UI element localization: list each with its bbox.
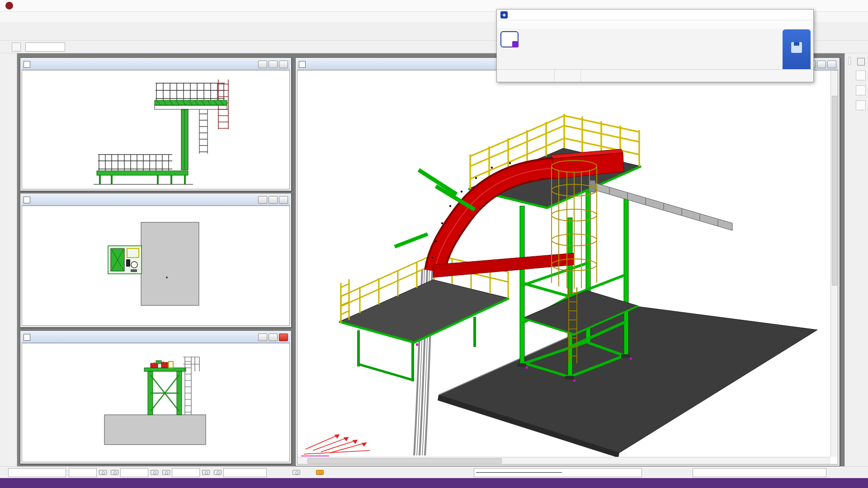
viewport-titlebar[interactable] (22, 332, 290, 343)
maximize-button[interactable] (826, 0, 847, 11)
bottom-toolbar (0, 466, 868, 478)
toolkit-icon[interactable] (500, 50, 520, 66)
toolbar-icon[interactable] (8, 24, 21, 38)
grid-swatch-icon[interactable] (856, 100, 866, 110)
camera-view-button[interactable] (314, 468, 326, 478)
scroll-down-icon[interactable] (831, 426, 838, 433)
stack-up-icon[interactable] (278, 468, 290, 478)
toolkit-titlebar[interactable]: ◈ (497, 9, 813, 20)
view-direction-select[interactable] (8, 468, 66, 477)
document-icon (24, 61, 30, 68)
pan-y-input[interactable] (172, 468, 200, 477)
style-button[interactable] (839, 468, 852, 478)
camera-left-button[interactable] (97, 468, 108, 478)
move-origin-icon[interactable] (302, 468, 314, 478)
vp-restore-button[interactable] (269, 333, 278, 341)
vp-minimize-button[interactable] (258, 333, 267, 341)
document-icon (299, 61, 306, 68)
toolkit-status-empty (581, 70, 813, 82)
vp-minimize-button[interactable] (258, 61, 267, 68)
hscroll-thumb[interactable] (307, 458, 502, 464)
save-disk-icon (791, 42, 802, 53)
side-tab[interactable] (848, 57, 851, 65)
font-button[interactable] (655, 468, 667, 478)
main-3d-canvas[interactable] (297, 70, 838, 465)
close-button[interactable] (847, 0, 868, 11)
document-icon (24, 197, 30, 203)
axis-lock-icon[interactable] (12, 42, 21, 52)
zoom-distance-input[interactable] (223, 468, 267, 477)
layer-up-icon[interactable] (852, 468, 864, 478)
top-view-canvas[interactable] (22, 206, 290, 326)
side-view-canvas[interactable] (22, 343, 290, 462)
vp-restore-button[interactable] (817, 61, 826, 68)
vp-close-button[interactable] (279, 333, 288, 341)
layer-letter-button[interactable] (856, 70, 866, 80)
viewport-vorderansicht (20, 57, 292, 191)
scroll-up-icon[interactable] (831, 70, 838, 78)
viewport-hauptansicht (295, 57, 840, 466)
toolkit-status-label (497, 70, 555, 82)
toolkit-status-value (555, 70, 581, 82)
coordinate-field (12, 42, 65, 52)
coordinate-input[interactable] (25, 42, 65, 52)
palette-icon[interactable] (856, 85, 866, 95)
stack-down-icon[interactable] (267, 468, 278, 478)
app-logo-icon (5, 2, 13, 9)
line-properties-select[interactable] (693, 468, 826, 477)
viewport-titlebar[interactable] (22, 59, 290, 70)
vp-restore-button[interactable] (269, 61, 278, 68)
top-view-drawing (22, 206, 290, 326)
vscroll-thumb[interactable] (832, 96, 837, 286)
scroll-right-icon[interactable] (823, 457, 830, 465)
viewport-draufsicht (20, 193, 292, 328)
viewport-seitenansicht (20, 330, 292, 464)
scroll-left-icon[interactable] (297, 457, 305, 465)
camera-reset-button[interactable] (290, 468, 302, 478)
camera-rotate-ccw-button[interactable] (200, 468, 212, 478)
statusbar (0, 478, 868, 488)
line-width-button[interactable] (680, 468, 693, 478)
view-angle-input[interactable] (69, 468, 97, 477)
right-panel-rail (844, 53, 868, 466)
document-icon (24, 334, 30, 341)
pan-x-input[interactable] (120, 468, 148, 477)
toolkit-icon[interactable] (522, 31, 542, 47)
camera-down-button[interactable] (160, 468, 172, 478)
main-3d-drawing (297, 70, 831, 458)
hand-pointer-icon[interactable] (826, 468, 839, 478)
linetype-select[interactable] (474, 468, 642, 477)
camera-rotate-cw-button[interactable] (212, 468, 223, 478)
linetype-sample (476, 472, 562, 473)
vp-close-button[interactable] (279, 196, 288, 204)
viewport-titlebar[interactable] (22, 195, 290, 206)
dc-toolkit-window: ◈ (496, 9, 814, 82)
left-tool[interactable] (3, 60, 14, 71)
horizontal-scrollbar[interactable] (297, 457, 830, 464)
camera-up-button[interactable] (148, 468, 160, 478)
toolkit-menubar (497, 20, 813, 28)
vp-restore-button[interactable] (269, 196, 278, 204)
toolkit-navigator-icon[interactable] (500, 31, 519, 47)
side-view-drawing (22, 343, 290, 462)
font-increase-button[interactable] (642, 468, 655, 478)
camera-right-button[interactable] (108, 468, 120, 478)
vp-minimize-button[interactable] (258, 196, 267, 204)
front-view-drawing (22, 70, 290, 189)
toolkit-logo-icon: ◈ (500, 11, 508, 19)
font-style-button[interactable] (667, 468, 680, 478)
toolkit-statusbar (497, 69, 813, 82)
color-swatch[interactable] (857, 58, 865, 66)
vp-close-button[interactable] (279, 61, 288, 68)
left-tool-rail (0, 53, 17, 466)
front-view-canvas[interactable] (22, 70, 290, 189)
vertical-scrollbar[interactable] (830, 70, 838, 457)
vp-close-button[interactable] (827, 61, 836, 68)
